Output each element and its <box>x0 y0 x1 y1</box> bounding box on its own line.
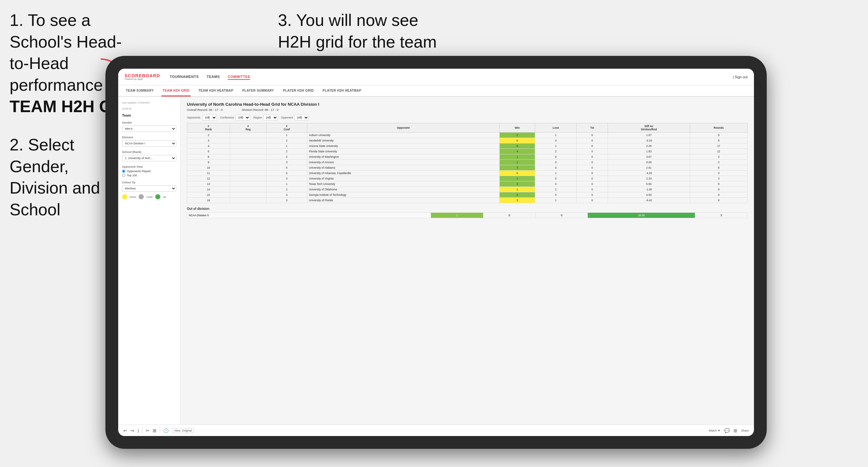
table-row: 13 1 Texas Tech University 3 0 0 5.56 9 <box>187 181 748 187</box>
toolbar-forward[interactable]: ⟩ <box>137 428 139 433</box>
grid-records: Overall Record: 89 - 17 - 0 Division Rec… <box>187 108 748 112</box>
tab-player-h2h-grid[interactable]: PLAYER H2H GRID <box>282 86 315 96</box>
cell-tie: 0 <box>577 132 608 138</box>
cell-reg <box>230 154 266 160</box>
cell-tie: 0 <box>577 176 608 181</box>
cell-opponent: Georgia Institute of Technology <box>307 192 499 198</box>
division-label: Division <box>122 136 176 139</box>
level-color-dot <box>138 194 144 199</box>
cell-loss: 2 <box>535 149 577 154</box>
cell-rank: 8 <box>187 154 230 160</box>
ood-table: NCAA Division II 1 0 0 26.00 3 <box>187 212 748 218</box>
cell-reg <box>230 170 266 176</box>
cell-diff: 2.33 <box>608 176 690 181</box>
cell-win: 3 <box>499 165 535 170</box>
cell-reg <box>230 160 266 165</box>
table-row: 12 3 University of Virginia 1 0 0 2.33 3 <box>187 176 748 181</box>
table-row: 3 2 Vanderbilt University 0 4 0 -2.29 8 <box>187 138 748 144</box>
nav-tournaments[interactable]: TOURNAMENTS <box>169 74 199 80</box>
grid-title: University of North Carolina Head-to-Hea… <box>187 102 748 107</box>
cell-win: 5 <box>499 144 535 149</box>
ood-diff: 26.00 <box>588 213 695 218</box>
gender-select[interactable]: Men's Women's <box>122 126 176 132</box>
logo: SCOREBOARD Powered by clippd <box>125 73 160 80</box>
radio-opponents-played[interactable]: Opponents Played <box>122 169 176 173</box>
cell-win: 3 <box>499 181 535 187</box>
cell-opponent: Auburn University <box>307 132 499 138</box>
opponent-select[interactable]: (All) <box>294 115 309 120</box>
toolbar-undo[interactable]: ↩ <box>123 428 127 433</box>
cell-conf: 5 <box>267 165 307 170</box>
cell-reg <box>230 165 266 170</box>
sidebar: Last Updated: 27/03/2024 16:55:38 Team G… <box>118 97 181 425</box>
radio-top100[interactable]: Top 100 <box>122 174 176 177</box>
cell-reg <box>230 192 266 198</box>
cell-opponent: Florida State University <box>307 149 499 154</box>
cell-conf: 2 <box>267 154 307 160</box>
watch-button[interactable]: Watch ▼ <box>709 429 720 432</box>
cell-reg <box>230 149 266 154</box>
nav-teams[interactable]: TEAMS <box>207 74 220 80</box>
sign-out-link[interactable]: | Sign out <box>733 75 748 79</box>
cell-conf: 6 <box>267 170 307 176</box>
toolbar: ↩ ↪ ⟩ ✂ ⊞ 🕐 View: Original Watch ▼ 💬 ⊞ S… <box>118 425 754 436</box>
cell-loss: 0 <box>535 160 577 165</box>
toolbar-scissors[interactable]: ✂ <box>146 428 150 433</box>
tab-team-h2h-heatmap[interactable]: TEAM H2H HEATMAP <box>197 86 235 96</box>
cell-loss: 1 <box>535 198 577 203</box>
table-row: 4 1 Arizona State University 5 1 0 2.29 … <box>187 144 748 149</box>
cell-win: 3 <box>499 198 535 203</box>
cell-reg <box>230 198 266 203</box>
col-diff: Diff AvStrokes/Rnd <box>608 123 690 132</box>
col-reg: #Reg <box>230 123 266 132</box>
filter-opponent: Opponent (All) <box>281 115 309 120</box>
cell-loss: 0 <box>535 154 577 160</box>
tab-player-summary[interactable]: PLAYER SUMMARY <box>241 86 275 96</box>
tab-team-summary[interactable]: TEAM SUMMARY <box>125 86 155 96</box>
ood-win: 1 <box>431 213 483 218</box>
tablet-device: SCOREBOARD Powered by clippd TOURNAMENTS… <box>105 56 767 449</box>
cell-win: 1 <box>499 176 535 181</box>
ood-tie: 0 <box>535 213 588 218</box>
cell-rounds: 3 <box>690 170 748 176</box>
region-select[interactable]: (All) <box>263 115 278 120</box>
toolbar-paste[interactable]: ⊞ <box>153 428 157 433</box>
cell-conf: 3 <box>267 198 307 203</box>
cell-diff: 9.00 <box>608 160 690 165</box>
cell-rounds: 3 <box>690 154 748 160</box>
toolbar-clock[interactable]: 🕐 <box>163 428 169 433</box>
cell-rank: 13 <box>187 181 230 187</box>
main-content: Last Updated: 27/03/2024 16:55:38 Team G… <box>118 97 754 425</box>
col-rank: #Rank <box>187 123 230 132</box>
cell-win: 0 <box>499 192 535 198</box>
tab-player-h2h-heatmap[interactable]: PLAYER H2H HEATMAP <box>321 86 363 96</box>
colour-by-label: Colour by <box>122 181 176 184</box>
cell-loss: 0 <box>535 176 577 181</box>
grid-filters: Opponents: (All) Conference (All) Region <box>187 115 748 120</box>
cell-rank: 12 <box>187 176 230 181</box>
opponents-select[interactable]: (All) <box>202 115 217 120</box>
view-button[interactable]: View: Original <box>172 428 194 433</box>
cell-diff: -1.00 <box>608 187 690 192</box>
colour-select[interactable]: Win/loss <box>122 185 176 192</box>
division-select[interactable]: NCAA Division I NCAA Division II NCAA Di… <box>122 140 176 147</box>
cell-diff: -6.42 <box>608 198 690 203</box>
toolbar-layout[interactable]: ⊞ <box>734 428 737 433</box>
cell-tie: 0 <box>577 138 608 144</box>
table-row: 11 6 University of Arkansas, Fayettevill… <box>187 170 748 176</box>
cell-rounds: 12 <box>690 149 748 154</box>
cell-diff: 4.50 <box>608 192 690 198</box>
school-select[interactable]: 1. University of Nort... <box>122 155 176 161</box>
cell-reg <box>230 187 266 192</box>
tab-team-h2h-grid[interactable]: TEAM H2H GRID <box>161 86 191 96</box>
cell-diff: 2.61 <box>608 165 690 170</box>
toolbar-redo[interactable]: ↪ <box>130 428 134 433</box>
conference-select[interactable]: (All) <box>236 115 250 120</box>
share-button[interactable]: Share <box>741 429 749 432</box>
toolbar-comment[interactable]: 💬 <box>724 428 730 433</box>
nav-committee[interactable]: COMMITTEE <box>228 74 250 80</box>
opponent-view-group: Opponents Played Top 100 <box>122 169 176 177</box>
toolbar-right: Watch ▼ 💬 ⊞ Share <box>709 428 749 433</box>
cell-rounds: 9 <box>690 192 748 198</box>
col-conf: #Conf <box>267 123 307 132</box>
